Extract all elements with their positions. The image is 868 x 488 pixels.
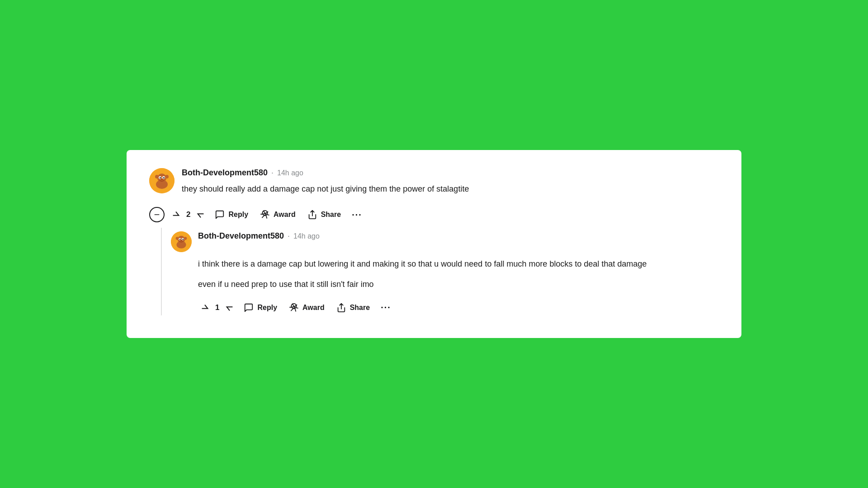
svg-point-4 xyxy=(165,175,169,178)
vote-count-1: 2 xyxy=(186,210,190,219)
comment-meta-1: Both-Development580 · 14h ago xyxy=(182,168,719,178)
vote-area-2: 1 xyxy=(198,301,236,314)
more-options-button-2[interactable]: ··· xyxy=(377,300,395,314)
comment-top: Both-Development580 · 14h ago they shoul… xyxy=(149,168,719,202)
username-2: Both-Development580 xyxy=(198,231,284,241)
svg-point-17 xyxy=(184,237,187,240)
upvote-button-2[interactable] xyxy=(198,301,212,314)
svg-point-3 xyxy=(155,175,159,178)
svg-point-20 xyxy=(179,239,180,240)
downvote-button-1[interactable] xyxy=(194,208,208,221)
comment-text-1: they should really add a damage cap not … xyxy=(182,183,719,195)
svg-point-22 xyxy=(180,240,182,241)
thread-container: Both-Development580 · 14h ago i think th… xyxy=(149,228,719,315)
nested-comment-top: Both-Development580 · 14h ago xyxy=(171,231,719,252)
reply-button-2[interactable]: Reply xyxy=(239,300,282,315)
collapse-button-1[interactable] xyxy=(149,207,165,222)
comment-body-1: Both-Development580 · 14h ago they shoul… xyxy=(182,168,719,202)
vote-count-2: 1 xyxy=(215,303,219,312)
timestamp-2: 14h ago xyxy=(293,232,320,240)
more-options-button-1[interactable]: ··· xyxy=(348,208,366,222)
avatar-1 xyxy=(149,168,175,193)
separator-2: · xyxy=(288,231,290,241)
comment-card: Both-Development580 · 14h ago they shoul… xyxy=(127,150,741,338)
downvote-button-2[interactable] xyxy=(223,301,236,314)
timestamp-1: 14h ago xyxy=(277,169,303,177)
username-1: Both-Development580 xyxy=(182,168,268,178)
nested-comment-text: i think there is a damage cap but loweri… xyxy=(198,258,719,291)
svg-point-8 xyxy=(163,177,165,178)
svg-point-16 xyxy=(176,237,179,240)
reply-button-1[interactable]: Reply xyxy=(210,207,253,222)
award-button-1[interactable]: Award xyxy=(255,207,300,222)
vote-area-1: 2 xyxy=(169,208,208,221)
nested-text-p2: even if u need prep to use that it still… xyxy=(198,278,719,291)
svg-point-7 xyxy=(160,177,161,178)
avatar-2 xyxy=(171,231,192,252)
share-button-2[interactable]: Share xyxy=(332,300,374,315)
separator-1: · xyxy=(271,168,274,178)
thread-line xyxy=(161,228,162,315)
svg-point-9 xyxy=(161,179,163,180)
comment-meta-2: Both-Development580 · 14h ago xyxy=(198,231,719,241)
nested-comment: Both-Development580 · 14h ago i think th… xyxy=(171,228,719,315)
nested-text-p1: i think there is a damage cap but loweri… xyxy=(198,258,719,271)
comment-body-2: Both-Development580 · 14h ago xyxy=(198,231,719,246)
upvote-button-1[interactable] xyxy=(169,208,183,221)
award-button-2[interactable]: Award xyxy=(284,300,329,315)
share-button-1[interactable]: Share xyxy=(303,207,345,222)
svg-point-21 xyxy=(182,239,183,240)
